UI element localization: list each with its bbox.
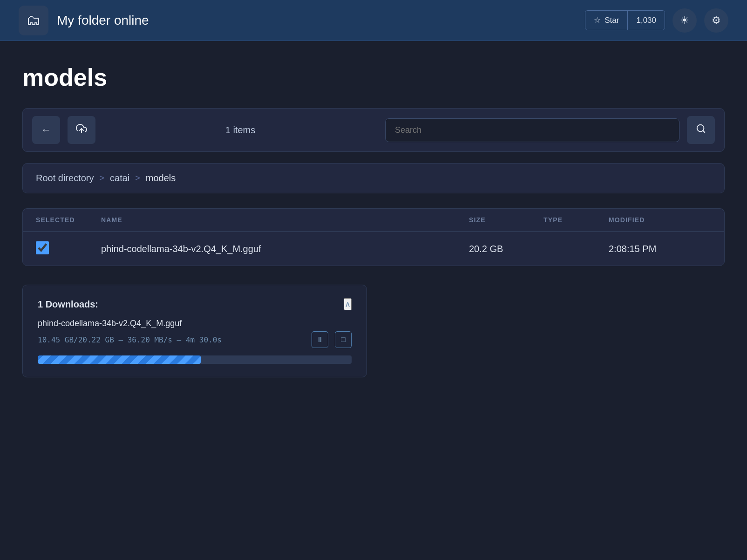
file-size: 20.2 GB bbox=[469, 244, 543, 254]
pause-icon: ⏸ bbox=[316, 335, 324, 344]
stop-icon: □ bbox=[341, 335, 346, 344]
col-header-selected: SELECTED bbox=[36, 216, 101, 224]
star-count[interactable]: 1,030 bbox=[628, 11, 665, 30]
search-button[interactable] bbox=[687, 116, 715, 144]
upload-button[interactable] bbox=[68, 116, 95, 144]
svg-line-2 bbox=[703, 130, 705, 132]
header-right: ☆ Star 1,030 ☀ ⚙ bbox=[585, 8, 728, 33]
download-controls: ⏸ □ bbox=[312, 331, 352, 348]
file-name: phind-codellama-34b-v2.Q4_K_M.gguf bbox=[101, 244, 469, 254]
main-content: models ← 1 items bbox=[0, 41, 747, 396]
table-row: phind-codellama-34b-v2.Q4_K_M.gguf 20.2 … bbox=[23, 232, 724, 266]
back-button[interactable]: ← bbox=[32, 116, 60, 144]
download-stats: 10.45 GB/20.22 GB – 36.20 MB/s – 4m 30.0… bbox=[38, 335, 222, 344]
downloads-header: 1 Downloads: ∧ bbox=[38, 298, 352, 310]
progress-bar-fill bbox=[38, 355, 201, 364]
upload-icon bbox=[76, 123, 87, 137]
download-pause-button[interactable]: ⏸ bbox=[312, 331, 328, 348]
col-header-name: NAME bbox=[101, 216, 469, 224]
file-modified: 2:08:15 PM bbox=[609, 244, 711, 254]
breadcrumb-sep-1: > bbox=[100, 173, 105, 183]
settings-icon: ⚙ bbox=[712, 14, 721, 27]
download-stats-row: 10.45 GB/20.22 GB – 36.20 MB/s – 4m 30.0… bbox=[38, 331, 352, 348]
theme-icon: ☀ bbox=[680, 14, 689, 27]
download-stop-button[interactable]: □ bbox=[335, 331, 352, 348]
search-input[interactable] bbox=[385, 118, 679, 142]
file-select-checkbox[interactable] bbox=[36, 241, 49, 254]
app-header: 🗂 My folder online ☆ Star 1,030 ☀ ⚙ bbox=[0, 0, 747, 41]
download-filename: phind-codellama-34b-v2.Q4_K_M.gguf bbox=[38, 319, 352, 328]
page-title: models bbox=[22, 63, 725, 91]
app-logo: 🗂 bbox=[19, 6, 48, 35]
breadcrumb-root[interactable]: Root directory bbox=[36, 173, 94, 184]
star-btn-label[interactable]: ☆ Star bbox=[585, 11, 628, 30]
header-left: 🗂 My folder online bbox=[19, 6, 149, 35]
star-button[interactable]: ☆ Star 1,030 bbox=[585, 10, 665, 30]
theme-toggle-button[interactable]: ☀ bbox=[672, 8, 697, 33]
file-table: SELECTED NAME SIZE TYPE MODIFIED phind-c… bbox=[22, 208, 725, 266]
col-header-size: SIZE bbox=[469, 216, 543, 224]
breadcrumb-sep-2: > bbox=[135, 173, 140, 183]
table-header: SELECTED NAME SIZE TYPE MODIFIED bbox=[23, 209, 724, 232]
toolbar: ← 1 items bbox=[22, 108, 725, 152]
breadcrumb-models[interactable]: models bbox=[146, 173, 176, 184]
settings-button[interactable]: ⚙ bbox=[704, 8, 728, 33]
downloads-collapse-button[interactable]: ∧ bbox=[344, 298, 352, 310]
breadcrumb-catai[interactable]: catai bbox=[110, 173, 129, 184]
back-icon: ← bbox=[41, 124, 51, 136]
col-header-modified: MODIFIED bbox=[609, 216, 711, 224]
progress-bar-container bbox=[38, 355, 352, 364]
col-header-type: TYPE bbox=[543, 216, 609, 224]
downloads-title: 1 Downloads: bbox=[38, 299, 98, 310]
downloads-panel: 1 Downloads: ∧ phind-codellama-34b-v2.Q4… bbox=[22, 285, 367, 377]
app-title: My folder online bbox=[57, 13, 149, 28]
row-checkbox-cell[interactable] bbox=[36, 241, 101, 256]
search-icon bbox=[696, 123, 706, 137]
breadcrumb: Root directory > catai > models bbox=[22, 163, 725, 193]
star-icon: ☆ bbox=[594, 15, 601, 25]
item-count: 1 items bbox=[103, 125, 378, 136]
